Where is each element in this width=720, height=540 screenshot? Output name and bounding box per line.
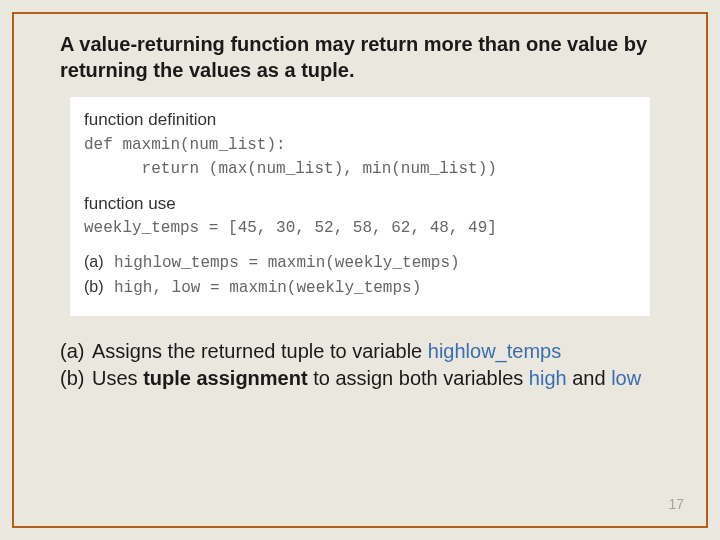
explain-text-a: Assigns the returned tuple to variable h… bbox=[92, 338, 561, 365]
code-line-a: highlow_temps = maxmin(weekly_temps) bbox=[114, 251, 460, 275]
explain-b-mid: to assign both variables bbox=[308, 367, 529, 389]
code-box: function definition def maxmin(num_list)… bbox=[70, 97, 650, 316]
code-line-def: def maxmin(num_list): bbox=[84, 133, 636, 157]
highlight-low: low bbox=[611, 367, 641, 389]
explain-text-b: Uses tuple assignment to assign both var… bbox=[92, 365, 641, 392]
slide-content: A value-returning function may return mo… bbox=[24, 24, 696, 516]
code-tag-b: (b) bbox=[84, 275, 114, 299]
explain-row-a: (a) Assigns the returned tuple to variab… bbox=[60, 338, 666, 365]
code-row-a: (a) highlow_temps = maxmin(weekly_temps) bbox=[84, 250, 636, 275]
headline-text: A value-returning function may return mo… bbox=[60, 32, 666, 83]
explanation-block: (a) Assigns the returned tuple to variab… bbox=[60, 338, 666, 392]
code-row-b: (b) high, low = maxmin(weekly_temps) bbox=[84, 275, 636, 300]
explain-b-and: and bbox=[567, 367, 611, 389]
explain-label-b: (b) bbox=[60, 365, 92, 392]
bold-tuple-assignment: tuple assignment bbox=[143, 367, 307, 389]
code-line-weekly: weekly_temps = [45, 30, 52, 58, 62, 48, … bbox=[84, 216, 636, 240]
explain-label-a: (a) bbox=[60, 338, 92, 365]
highlight-highlow-temps: highlow_temps bbox=[428, 340, 561, 362]
code-line-return: return (max(num_list), min(num_list)) bbox=[84, 157, 636, 181]
explain-a-prefix: Assigns the returned tuple to variable bbox=[92, 340, 428, 362]
page-number: 17 bbox=[668, 496, 684, 512]
explain-b-prefix: Uses bbox=[92, 367, 143, 389]
section-label-use: function use bbox=[84, 191, 636, 217]
code-tag-a: (a) bbox=[84, 250, 114, 274]
explain-row-b: (b) Uses tuple assignment to assign both… bbox=[60, 365, 666, 392]
code-line-b: high, low = maxmin(weekly_temps) bbox=[114, 276, 421, 300]
section-label-definition: function definition bbox=[84, 107, 636, 133]
highlight-high: high bbox=[529, 367, 567, 389]
